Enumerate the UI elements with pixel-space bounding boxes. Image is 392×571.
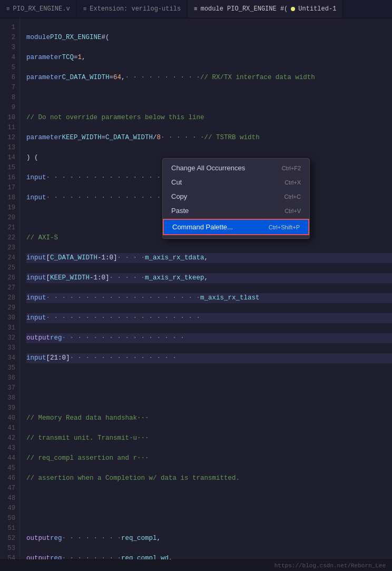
menu-label-command-palette: Command Palette... (172, 223, 233, 231)
menu-shortcut-command-palette: Ctrl+Shift+P (269, 224, 300, 230)
menu-item-change-all[interactable]: Change All Occurrences Ctrl+F2 (163, 161, 309, 175)
status-bar: https://blog.csdn.net/Reborn_Lee (0, 559, 392, 571)
code-line-17: input [21:0] · · · · · · · · · · · · · · (26, 353, 392, 363)
editor: 1234 5678 9101112 13141516 17181920 2122… (0, 18, 392, 559)
code-line-12: input [C_DATA_WIDTH-1:0] · · · · m_axis_… (26, 253, 392, 263)
tab-icon-1: ≡ (6, 6, 10, 12)
menu-shortcut-paste: Ctrl+V (285, 208, 301, 214)
tab-icon-3: ≡ (194, 6, 198, 12)
tab-extension-verilog[interactable]: ≡ Extension: verilog-utils (77, 0, 188, 18)
code-line-13: input [KEEP_WIDTH-1:0] · · · · · m_axis_… (26, 273, 392, 283)
menu-shortcut-cut: Ctrl+X (285, 179, 301, 186)
code-line-16: output reg · · · · · · · · · · · · · · ·… (26, 333, 392, 343)
code-line-14: input · · · · · · · · · · · · · · · · · … (26, 293, 392, 303)
code-line-22: // req_compl assertion and r··· (26, 453, 392, 463)
tab-module-pio[interactable]: ≡ module PIO_RX_ENGINE #( Untitled-1 (188, 0, 343, 18)
menu-label-change-all: Change All Occurrences (171, 164, 245, 172)
code-line-26: output reg · · · · · · · · req_compl, (26, 534, 392, 544)
code-line-18 (26, 373, 392, 383)
menu-label-copy: Copy (171, 192, 187, 200)
menu-item-paste[interactable]: Paste Ctrl+V (163, 204, 309, 218)
tab-bar: ≡ PIO_RX_ENGINE.v ≡ Extension: verilog-u… (0, 0, 392, 18)
menu-shortcut-change-all: Ctrl+F2 (282, 165, 301, 171)
code-line-1: module PIO_RX_ENGINE #( (26, 33, 392, 43)
code-line-5: // Do not override parameters below this… (26, 113, 392, 123)
code-area: 1234 5678 9101112 13141516 17181920 2122… (0, 18, 392, 559)
code-line-19 (26, 393, 392, 403)
code-line-23: // assertion when a Completion w/ data i… (26, 473, 392, 483)
code-line-3: parameter C_DATA_WIDTH = 64, · · · · · ·… (26, 73, 392, 83)
code-line-4 (26, 93, 392, 103)
menu-label-cut: Cut (171, 178, 182, 186)
tab-label-3: module PIO_RX_ENGINE #( (201, 5, 288, 13)
code-line-25 (26, 514, 392, 524)
code-line-6: parameter KEEP_WIDTH = C_DATA_WIDTH / 8 … (26, 133, 392, 143)
menu-label-paste: Paste (171, 207, 189, 215)
tab-dirty-indicator (291, 7, 295, 11)
menu-item-copy[interactable]: Copy Ctrl+C (163, 189, 309, 204)
status-url: https://blog.csdn.net/Reborn_Lee (275, 563, 386, 569)
tab-pio-rx-engine-v[interactable]: ≡ PIO_RX_ENGINE.v (0, 0, 77, 18)
tab-label-1: PIO_RX_ENGINE.v (13, 5, 70, 13)
tab-label-2: Extension: verilog-utils (90, 5, 181, 13)
code-line-27: output reg · · · · · · · · req_compl_wd, (26, 554, 392, 559)
tab-filename: Untitled-1 (298, 5, 336, 13)
menu-shortcut-copy: Ctrl+C (285, 193, 301, 200)
code-content[interactable]: module PIO_RX_ENGINE #( parameter TCQ = … (20, 18, 392, 559)
line-numbers: 1234 5678 9101112 13141516 17181920 2122… (0, 18, 20, 559)
code-line-15: input · · · · · · · · · · · · · · · · · … (26, 313, 392, 323)
code-line-2: parameter TCQ = 1, (26, 53, 392, 63)
code-line-20: // Memory Read data handshak··· (26, 413, 392, 423)
menu-item-cut[interactable]: Cut Ctrl+X (163, 175, 309, 189)
code-line-21: // transmit unit. Transmit·u··· (26, 433, 392, 443)
tab-icon-2: ≡ (83, 6, 87, 12)
code-line-24 (26, 493, 392, 504)
context-menu: Change All Occurrences Ctrl+F2 Cut Ctrl+… (162, 158, 310, 239)
menu-item-command-palette[interactable]: Command Palette... Ctrl+Shift+P (163, 219, 309, 235)
